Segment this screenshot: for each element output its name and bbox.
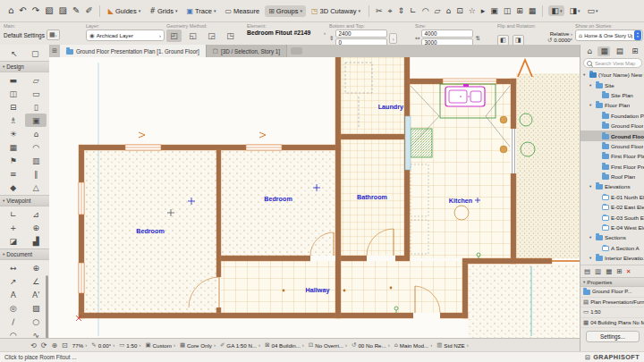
renovation-filter[interactable]: ↺00 No Re...›	[352, 341, 390, 349]
shell-tool[interactable]: ◠	[25, 140, 47, 154]
layer-set-field[interactable]: ▦04 Building Plans No M...	[580, 318, 644, 329]
column-tool[interactable]: ▯	[25, 100, 47, 114]
partial-structure[interactable]: ▦Core Only›	[180, 341, 216, 349]
view-map-item[interactable]: ▾Sections	[580, 232, 644, 242]
layout-book-icon[interactable]: ▤	[614, 46, 626, 56]
publisher-icon[interactable]: ⊞	[629, 46, 640, 56]
view-settings-icon[interactable]: ⊞	[616, 267, 622, 275]
wall-tool[interactable]: ▬	[3, 73, 24, 87]
view-map-item[interactable]: ▾Elevations	[580, 181, 644, 191]
rotation-angle[interactable]: ↺ 0.0000°	[547, 37, 572, 44]
measure-button[interactable]: ▭Measure	[221, 5, 263, 17]
railing-tool[interactable]: ∥	[25, 167, 47, 181]
size-width-field[interactable]: 4000	[421, 29, 473, 38]
fillet-icon[interactable]: ◠	[422, 6, 429, 15]
toolbox-scrollbar[interactable]	[46, 275, 48, 338]
views-split-button[interactable]: ◨▾	[566, 5, 582, 16]
expand-caret-icon[interactable]: ▾	[589, 103, 594, 107]
expand-caret-icon[interactable]: ▾	[589, 83, 594, 88]
trace-button[interactable]: ▣Trace▾	[182, 5, 219, 17]
placement-method-2[interactable]: ◱	[185, 29, 200, 42]
view-map-item[interactable]: First Floor Pres...	[580, 162, 644, 172]
3d-cutaway-button[interactable]: ◳3D Cutaway▾	[308, 5, 364, 17]
angle-dimension-tool[interactable]: ∠	[25, 274, 47, 288]
zoom-next-icon[interactable]: ⟳	[41, 341, 47, 349]
pen-set[interactable]: ✐GA 1:50 N...›	[220, 341, 260, 349]
placement-method-4[interactable]: ◳	[223, 29, 238, 42]
view-map-item[interactable]: ▾Site	[580, 80, 644, 89]
elevation-tool[interactable]: ⊿	[25, 207, 47, 221]
toolbox-section-document[interactable]: ▾Document	[0, 248, 49, 260]
show-on-stories-combo[interactable]: ⌂ Home & One Story Up ▴▾	[575, 29, 643, 41]
layouts-split-button[interactable]: ◧▾	[548, 5, 564, 16]
zoom-level[interactable]: 77%›	[72, 342, 87, 349]
view-map-item[interactable]: E-01 North Elev...	[580, 192, 644, 202]
furniture-tool[interactable]: ♗	[3, 114, 24, 127]
view-map-item[interactable]: E-03 South Ele...	[580, 212, 644, 222]
quick-layers[interactable]: ▣Custom›	[145, 341, 174, 349]
stamp-icon[interactable]: ⊡	[456, 6, 463, 15]
pop-up-navigator-icon[interactable]: ⊞	[49, 45, 60, 57]
view-name-field[interactable]: Ground Floor P...	[580, 287, 644, 298]
layer-combination[interactable]: ⊠04 Buildin...›	[265, 341, 304, 349]
skylight-tool[interactable]: △	[25, 181, 47, 194]
orientation[interactable]: ✎0.00°›	[91, 341, 114, 349]
redo-icon[interactable]: ↷	[32, 6, 39, 15]
level-dimension-tool[interactable]: ⊕	[25, 261, 47, 274]
mesh-tool[interactable]: ▦	[3, 140, 24, 154]
tool-settings-button[interactable]: ▦›	[47, 29, 60, 40]
door-tool[interactable]: ◫	[3, 87, 24, 100]
view-map-item[interactable]: ▾(Your Name) New Proje...	[580, 70, 644, 80]
scale-indicator[interactable]: ▭1:50›	[119, 341, 140, 349]
module-icon[interactable]: ⊞	[516, 6, 523, 15]
view-map-item[interactable]: Ground Floor	[580, 141, 644, 151]
new-folder-icon[interactable]: ▤	[584, 267, 590, 275]
drawing-canvas[interactable]: Laundry Bedroom Bedroom Bathroom Kitchen…	[49, 57, 580, 338]
expand-caret-icon[interactable]: ▾	[589, 184, 594, 189]
tab[interactable]: Ground Floor Presentation Plan [1. Groun…	[60, 45, 207, 57]
tab[interactable]: ▢[3D / Selection, Story 1]	[207, 45, 287, 57]
expand-caret-icon[interactable]: ▾	[583, 72, 588, 77]
toolbox-section-viewpoint[interactable]: ▾Viewpoint	[0, 195, 49, 206]
hotspot-tool[interactable]: ◎	[3, 301, 24, 315]
inject-parameters-icon[interactable]: ✐	[85, 6, 92, 15]
window-tool[interactable]: ⊟	[3, 100, 24, 114]
lamp-tool[interactable]: ☀	[3, 127, 24, 140]
properties-header[interactable]: ▾ Properties	[580, 277, 644, 287]
layer-combination-field[interactable]: ▤Plan Presentation/Furni...	[580, 298, 644, 308]
camera-tool[interactable]: ▟	[25, 234, 47, 248]
favorites-icon[interactable]: ☆	[469, 6, 476, 15]
worksheet-tool[interactable]: ⊕	[25, 221, 47, 234]
view-map-item[interactable]: Ground Floor	[580, 130, 644, 140]
view-map-icon[interactable]: ▦	[597, 46, 610, 56]
view-map-item[interactable]: E-02 East Elev...	[580, 202, 644, 212]
interior-elevation-tool[interactable]: +	[3, 221, 24, 234]
section-tool[interactable]: ∟	[3, 207, 24, 221]
view-map-item[interactable]: ▾Floor Plan	[580, 100, 644, 110]
zoom-in-icon[interactable]: ⊕	[51, 341, 57, 349]
placement-method-3[interactable]: ◲	[204, 29, 219, 42]
morph-tool[interactable]: ◆	[3, 181, 24, 194]
expand-caret-icon[interactable]: ▾	[589, 256, 594, 260]
save-view-icon[interactable]: ▦	[606, 267, 612, 275]
guides-button[interactable]: ◣Guides▾	[105, 5, 144, 17]
layer-combo[interactable]: ◉ Archicad Layer ›	[86, 29, 165, 41]
scale-field[interactable]: ▭1:50	[580, 307, 644, 318]
structural-set[interactable]: ▥Std NZE›	[436, 341, 469, 349]
stair-tool[interactable]: ≡	[3, 167, 24, 181]
line-tool[interactable]: ∕	[3, 315, 24, 328]
curtain-wall-tool[interactable]: ▥	[25, 154, 47, 167]
groups-button[interactable]: ⊞Groups▾	[265, 5, 306, 17]
delete-icon[interactable]: ×	[627, 267, 631, 275]
bottom-top-more-button[interactable]: ›	[389, 33, 396, 44]
chevron-right-icon[interactable]: ›	[324, 30, 326, 36]
roof-tool[interactable]: ⌂	[25, 127, 47, 140]
image-icon[interactable]: ▣	[490, 6, 498, 15]
stories-stepper[interactable]: ▴▾	[634, 30, 641, 40]
beam-tool[interactable]: ▭	[25, 87, 47, 100]
arrow-tool[interactable]: ↖	[4, 46, 25, 60]
top-offset-field[interactable]: 2400	[335, 29, 387, 38]
adjust-icon[interactable]: ▧	[45, 6, 53, 15]
pickup-parameters-icon[interactable]: ✎	[72, 6, 80, 15]
search-input[interactable]: Search View Map	[583, 58, 642, 68]
